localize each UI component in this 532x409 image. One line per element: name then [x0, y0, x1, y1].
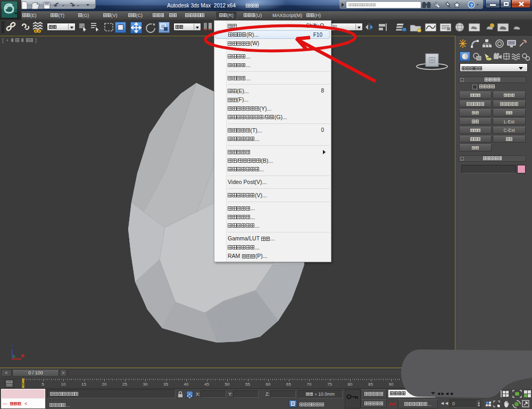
svg-text:z: z — [11, 344, 13, 348]
svg-text:?: ? — [470, 3, 473, 8]
